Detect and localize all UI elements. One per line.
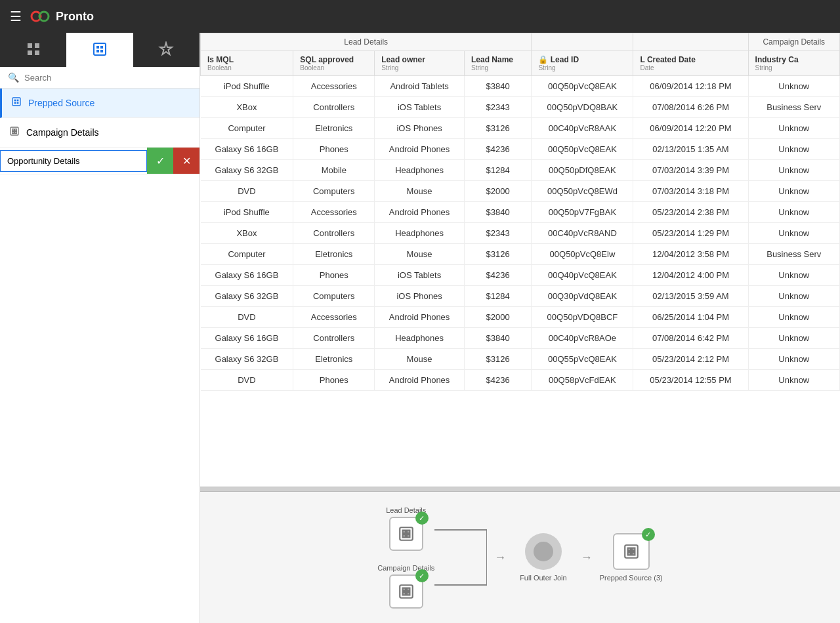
table-cell: 00Q50pVcQ8EWd [532,181,633,202]
svg-rect-36 [632,548,635,551]
table-row: XBoxControllersHeadphones$234300C40pVcR8… [201,223,840,244]
table-cell: $3126 [464,349,531,370]
table-cell: iOS Phones [375,286,465,307]
flow-check-output: ✓ [642,528,655,541]
table-cell: $4236 [464,139,531,160]
table-cell: DVD [201,307,293,328]
table-row: iPod ShuffleAccessoriesAndroid Phones$38… [201,202,840,223]
table-cell: Phones [293,370,375,391]
table-cell: Accessories [293,202,375,223]
table-cell: Controllers [293,223,375,244]
flow-node-campaign-details[interactable]: ✓ [389,574,423,609]
grid-icon [26,41,41,57]
table-cell: XBox [201,97,293,118]
table-cell: 06/25/2014 1:04 PM [633,307,748,328]
sidebar-item-campaign-details[interactable]: Campaign Details [0,118,200,148]
flow-arrow-to-join: → [487,551,513,565]
table-cell: Galaxy S6 32GB [201,349,293,370]
svg-rect-6 [94,43,106,55]
table-cell: Galaxy S6 32GB [201,160,293,181]
table-row: DVDAccessoriesAndroid Phones$200000Q50pV… [201,307,840,328]
table-row: Galaxy S6 16GBControllersHeadphones$3840… [201,328,840,349]
table-cell: 12/04/2012 4:00 PM [633,265,748,286]
table-cell: Computers [293,181,375,202]
search-input[interactable] [24,73,192,83]
col-lead-name: Lead NameString [464,51,531,76]
flow-join-circle [525,533,562,570]
group-header-row: Lead Details Campaign Details [201,33,840,51]
table-area[interactable]: Lead Details Campaign Details Is MQLBool… [200,33,840,487]
table-cell: 07/08/2014 6:42 PM [633,328,748,349]
table-cell: 00Q50pV7FgBAK [532,202,633,223]
svg-rect-13 [17,100,19,102]
table-cell: Unknow [748,265,839,286]
svg-rect-12 [14,100,16,102]
table-cell: Controllers [293,328,375,349]
flow-node-lead-details[interactable]: ✓ [389,517,423,551]
table-cell: $1284 [464,286,531,307]
table-cell: Mouse [375,244,465,265]
logo-icon [30,6,51,27]
content-area: Lead Details Campaign Details Is MQLBool… [200,33,840,623]
topbar: ☰ Pronto [0,0,840,33]
svg-rect-18 [15,129,17,131]
sidebar-item-prepped-source[interactable]: Prepped Source [0,89,200,118]
rename-input[interactable] [0,150,147,172]
svg-rect-9 [96,50,99,52]
table-cell: XBox [201,223,293,244]
group-lead-created [633,33,748,51]
group-lead-id [532,33,633,51]
tab-grid[interactable] [0,33,66,67]
table-cell: $2343 [464,97,531,118]
svg-rect-27 [402,588,405,591]
svg-rect-24 [402,534,405,537]
table-cell: Android Phones [375,139,465,160]
table-cell: Mobile [293,160,375,181]
flow-check-campaign-details: ✓ [415,569,429,582]
table-cell: $1284 [464,160,531,181]
menu-icon[interactable]: ☰ [10,9,22,24]
rename-cancel-button[interactable]: ✕ [173,148,200,174]
flow-source-campaign-details: Campaign Details ✓ [377,564,434,609]
table-cell: Computer [201,118,293,139]
table-cell: iPod Shuffle [201,202,293,223]
table-cell: $2000 [464,307,531,328]
svg-rect-3 [35,43,39,48]
svg-rect-7 [96,46,99,49]
table-cell: 05/23/2014 1:29 PM [633,223,748,244]
table-cell: Unknow [748,370,839,391]
rename-confirm-button[interactable]: ✓ [147,148,173,174]
svg-rect-15 [17,102,19,104]
flow-area: Lead Details ✓ [200,492,840,623]
table-row: DVDComputersMouse$200000Q50pVcQ8EWd07/03… [201,181,840,202]
svg-rect-37 [627,552,630,555]
tab-building[interactable] [66,33,133,67]
table-cell: 07/08/2014 6:26 PM [633,97,748,118]
flow-output-node[interactable]: ✓ Prepped Source (3) [600,533,663,582]
table-row: DVDPhonesAndroid Phones$423600Q58pVcFdEA… [201,370,840,391]
table-cell: 00Q50pDfQ8EAK [532,160,633,181]
table-cell: Mouse [375,349,465,370]
sidebar: 🔍 Prepped Source [0,33,200,623]
table-cell: 00Q50pVcQ8Elw [532,244,633,265]
table-cell: 00Q40pVcQ8EAK [532,265,633,286]
svg-rect-35 [627,548,630,551]
table-cell: DVD [201,181,293,202]
table-cell: 00Q50pVcQ8EAK [532,139,633,160]
table-cell: $2343 [464,223,531,244]
svg-rect-25 [407,534,410,537]
flow-source-lead-details: Lead Details ✓ [377,506,434,551]
table-row: ComputerEletronicsiOS Phones$312600C40pV… [201,118,840,139]
tab-magic[interactable] [133,33,200,67]
table-cell: Eletronics [293,118,375,139]
flow-sources: Lead Details ✓ [377,506,434,609]
group-lead-details: Lead Details [201,33,532,51]
svg-rect-28 [407,588,410,591]
column-header-row: Is MQLBoolean SQL approvedBoolean Lead o… [201,51,840,76]
flow-join-node[interactable]: Full Outer Join [520,533,567,582]
table-cell: Unknow [748,202,839,223]
output-node-icon [623,543,640,560]
resize-divider[interactable] [200,487,840,492]
table-cell: 00C40pVcR8AND [532,223,633,244]
table-cell: Unknow [748,349,839,370]
